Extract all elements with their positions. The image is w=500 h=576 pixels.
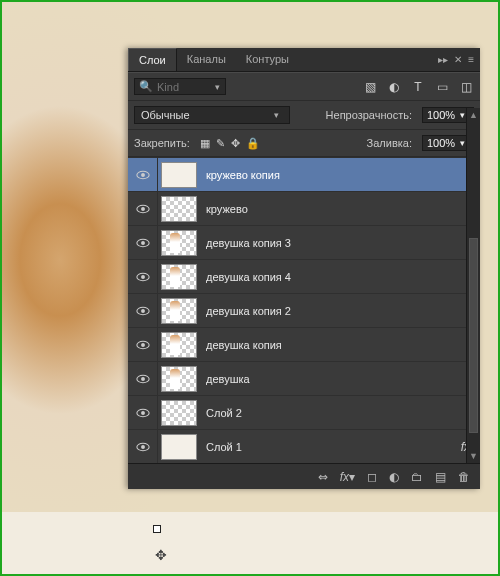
layer-row[interactable]: девушка копия 3 [128,225,480,259]
layer-thumbnail[interactable] [161,332,197,358]
panel-menu-icon[interactable]: ≡ [468,54,474,65]
lock-position-icon[interactable]: ✥ [231,137,240,150]
layer-row[interactable]: Слой 2 [128,395,480,429]
new-layer-icon[interactable]: ▤ [435,470,446,484]
layer-name[interactable]: девушка копия [200,339,480,351]
layer-thumbnail[interactable] [161,366,197,392]
svg-point-5 [141,241,145,245]
svg-point-13 [141,377,145,381]
svg-point-7 [141,275,145,279]
layer-row[interactable]: кружево копия [128,157,480,191]
visibility-eye-icon[interactable] [128,362,158,395]
kind-input[interactable] [157,81,209,93]
tab-layers[interactable]: Слои [128,48,177,71]
svg-point-15 [141,411,145,415]
blend-mode-select[interactable]: Обычные ▾ [134,106,290,124]
svg-point-17 [141,445,145,449]
collapse-icon[interactable]: ▸▸ [438,54,448,65]
blend-mode-value: Обычные [141,109,265,121]
visibility-eye-icon[interactable] [128,430,158,463]
adjustment-layer-icon[interactable]: ◐ [389,470,399,484]
layer-row[interactable]: Слой 1fx [128,429,480,463]
layer-thumbnail[interactable] [161,434,197,460]
layer-thumbnail[interactable] [161,264,197,290]
fill-value: 100% [427,137,455,149]
panel-footer: ⇔ fx▾ ◻ ◐ 🗀 ▤ 🗑 [128,463,480,489]
tab-channels[interactable]: Каналы [177,48,236,71]
layer-name[interactable]: девушка [200,373,480,385]
filter-type-icon[interactable]: T [410,80,426,94]
opacity-label: Непрозрачность: [326,109,412,121]
filter-pixel-icon[interactable]: ▧ [362,80,378,94]
panel-scrollbar[interactable]: ▲ ▼ [466,108,480,463]
opacity-value: 100% [427,109,455,121]
layer-name[interactable]: девушка копия 4 [200,271,480,283]
filter-smart-icon[interactable]: ◫ [458,80,474,94]
layers-panel: Слои Каналы Контуры ▸▸ ✕ ≡ 🔍 ▾ ▧ ◐ T ▭ ◫… [128,48,480,489]
lock-paint-icon[interactable]: ✎ [216,137,225,150]
visibility-eye-icon[interactable] [128,192,158,225]
layer-row[interactable]: кружево [128,191,480,225]
filter-row: 🔍 ▾ ▧ ◐ T ▭ ◫ [128,72,480,101]
svg-point-1 [141,173,145,177]
fill-label: Заливка: [367,137,412,149]
filter-shape-icon[interactable]: ▭ [434,80,450,94]
lock-transparency-icon[interactable]: ▦ [200,137,210,150]
layer-thumbnail[interactable] [161,400,197,426]
blend-row: Обычные ▾ Непрозрачность: 100% ▾ [128,101,480,130]
visibility-eye-icon[interactable] [128,226,158,259]
lock-row: Закрепить: ▦ ✎ ✥ 🔒 Заливка: 100% ▾ [128,130,480,157]
layer-row[interactable]: девушка копия [128,327,480,361]
layer-name[interactable]: кружево [200,203,480,215]
layer-list: кружево копиякружеводевушка копия 3девуш… [128,157,480,463]
layer-thumbnail[interactable] [161,162,197,188]
scroll-up-icon[interactable]: ▲ [467,108,480,122]
layer-row[interactable]: девушка копия 2 [128,293,480,327]
layer-thumbnail[interactable] [161,196,197,222]
layer-name[interactable]: девушка копия 3 [200,237,480,249]
layer-row[interactable]: девушка [128,361,480,395]
chevron-down-icon[interactable]: ▾ [213,82,221,92]
visibility-eye-icon[interactable] [128,294,158,327]
layer-mask-icon[interactable]: ◻ [367,470,377,484]
link-layers-icon[interactable]: ⇔ [318,470,328,484]
visibility-eye-icon[interactable] [128,396,158,429]
panel-tabbar: Слои Каналы Контуры ▸▸ ✕ ≡ [128,48,480,72]
transform-handle[interactable] [153,525,161,533]
layer-name[interactable]: кружево копия [200,169,480,181]
layer-name[interactable]: Слой 1 [200,441,451,453]
lock-all-icon[interactable]: 🔒 [246,137,260,150]
svg-point-11 [141,343,145,347]
layer-thumbnail[interactable] [161,298,197,324]
filter-icons: ▧ ◐ T ▭ ◫ [362,80,474,94]
search-icon: 🔍 [139,80,153,93]
delete-layer-icon[interactable]: 🗑 [458,470,470,484]
layer-row[interactable]: девушка копия 4 [128,259,480,293]
scrollbar-thumb[interactable] [469,238,478,433]
layer-fx-icon[interactable]: fx▾ [340,470,355,484]
visibility-eye-icon[interactable] [128,328,158,361]
chevron-down-icon: ▾ [269,110,283,120]
visibility-eye-icon[interactable] [128,158,158,191]
scroll-down-icon[interactable]: ▼ [467,449,480,463]
transform-cursor-icon: ✥ [155,547,167,563]
svg-point-3 [141,207,145,211]
layer-name[interactable]: девушка копия 2 [200,305,480,317]
tab-paths[interactable]: Контуры [236,48,299,71]
filter-adjust-icon[interactable]: ◐ [386,80,402,94]
close-icon[interactable]: ✕ [454,54,462,65]
layer-group-icon[interactable]: 🗀 [411,470,423,484]
layer-thumbnail[interactable] [161,230,197,256]
layer-filter-kind[interactable]: 🔍 ▾ [134,78,226,95]
layer-name[interactable]: Слой 2 [200,407,480,419]
visibility-eye-icon[interactable] [128,260,158,293]
svg-point-9 [141,309,145,313]
lock-label: Закрепить: [134,137,190,149]
